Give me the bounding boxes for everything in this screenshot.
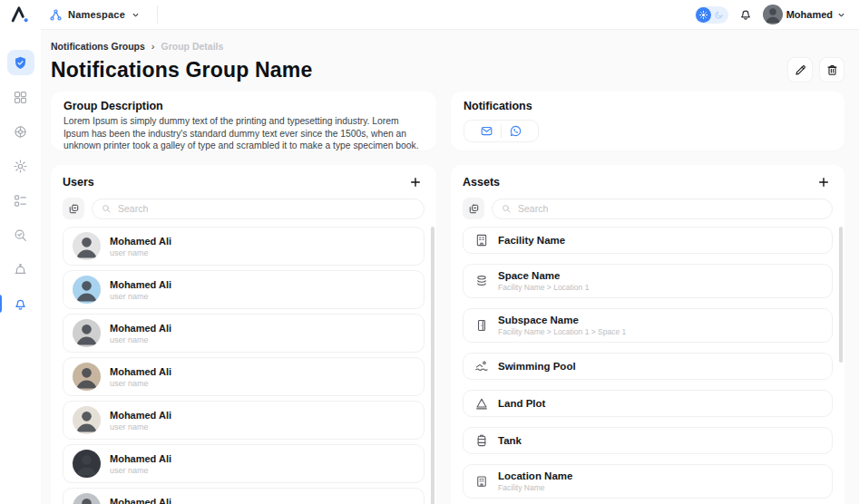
search-icon [501,203,512,214]
asset-list-item[interactable]: Facility Name [463,227,833,254]
asset-list-item[interactable]: Land Plot [463,390,833,417]
users-panel: Users [51,165,436,504]
assets-search-box [492,199,833,219]
asset-texts: Location Name Facility Name [498,470,572,492]
user-list-item[interactable]: Mohamed Ali user name [63,227,425,266]
users-list: Mohamed Ali user name Mohamed Ali [63,227,425,504]
copy-icon [468,203,480,215]
plus-icon [409,176,422,189]
breadcrumb-parent-link[interactable]: Notifications Groups [51,41,145,52]
user-texts: Mohamed Ali user name [110,497,171,504]
asset-list-item[interactable]: Location Name Facility Name [463,464,833,499]
chevron-down-icon [131,10,141,20]
asset-type-icon [474,396,489,411]
notification-channel[interactable] [501,124,530,138]
page-action-button[interactable] [787,57,813,82]
users-search-input[interactable] [92,199,425,219]
sidebar-item[interactable] [7,153,34,179]
theme-dark-option[interactable] [711,7,727,23]
assets-scrollbar[interactable] [839,227,843,363]
user-name: Mohamed Ali [110,410,171,421]
notifications-card: Notifications [451,92,844,150]
assets-panel-title: Assets [463,176,500,189]
asset-list-item[interactable]: Tank [463,427,833,454]
asset-name: Facility Name [498,235,565,246]
sidebar-item[interactable] [7,291,34,316]
user-avatar [73,493,101,504]
page-actions [787,57,844,82]
user-role: user name [110,422,171,431]
user-list-item[interactable]: Mohamed Ali user name [63,314,425,353]
sidebar-item[interactable] [7,84,34,110]
avatar [763,5,783,24]
asset-name: Swimming Pool [498,361,576,372]
plus-icon [817,176,830,189]
sun-icon [698,10,708,20]
user-name: Mohamed Ali [110,366,171,377]
asset-texts: Swimming Pool [498,361,576,372]
sidebar-item[interactable] [7,222,34,247]
user-menu[interactable]: Mohamed [763,5,846,24]
users-scrollbar[interactable] [431,227,434,504]
user-role: user name [110,379,171,388]
user-list-item[interactable]: Mohamed Ali user name [63,270,425,309]
asset-texts: Land Plot [498,398,545,409]
users-panel-title: Users [63,176,94,189]
breadcrumb-separator: › [151,41,155,52]
user-texts: Mohamed Ali user name [110,279,171,301]
app-logo[interactable] [9,5,40,24]
theme-toggle[interactable] [695,6,728,24]
sidebar-item[interactable] [7,119,34,144]
user-list-item[interactable]: Mohamed Ali user name [63,401,425,440]
user-name: Mohamed Ali [110,323,171,334]
asset-type-icon [474,359,489,373]
copy-icon [68,203,80,215]
user-name: Mohamed [786,9,833,20]
asset-texts: Tank [498,435,522,446]
user-avatar [73,319,101,347]
user-avatar [73,276,101,304]
user-texts: Mohamed Ali user name [110,323,171,344]
asset-list-item[interactable]: Space Name Facility Name > Location 1 [463,264,833,298]
action-icon [794,63,807,77]
user-name: Mohamed Ali [110,236,171,247]
topbar: Namespace Mohamed [0,0,859,29]
user-list-item[interactable]: Mohamed Ali user name [63,444,425,483]
assets-multiselect-button[interactable] [463,198,484,219]
channel-icon [480,124,493,138]
asset-list-item[interactable]: Swimming Pool [463,353,833,380]
user-texts: Mohamed Ali user name [110,236,171,257]
user-silhouette-icon [763,5,783,24]
breadcrumb: Notifications Groups › Group Details [51,41,844,52]
add-asset-button[interactable] [815,173,833,191]
users-multiselect-button[interactable] [63,198,84,219]
user-list-item[interactable]: Mohamed Ali user name [63,488,425,504]
user-avatar [73,450,101,478]
namespace-selector[interactable]: Namespace [49,5,158,24]
group-description-text: Lorem Ipsum is simply dummy text of the … [63,115,424,150]
panels-row: Users [51,165,844,504]
asset-name: Land Plot [498,398,545,409]
user-silhouette-icon [73,363,101,391]
user-avatar [73,232,101,260]
assets-search-input[interactable] [492,199,833,219]
user-role: user name [110,466,171,475]
asset-path: Facility Name > Location 1 > Space 1 [498,327,626,336]
sidebar-item[interactable] [7,257,34,282]
sidebar-item[interactable] [7,188,34,213]
assets-search-row [463,198,833,219]
sidebar-item[interactable] [7,50,34,75]
namespace-label: Namespace [68,9,125,20]
notification-channel[interactable] [473,124,501,138]
notifications-bell-icon[interactable] [738,7,753,22]
user-list-item[interactable]: Mohamed Ali user name [63,357,425,396]
sidebar-item-icon [13,90,28,105]
sidebar-item-icon [13,55,28,71]
theme-light-option[interactable] [696,7,711,23]
users-search-box [92,199,425,219]
user-silhouette-icon [73,406,101,434]
sidebar-item-icon [13,228,28,243]
asset-list-item[interactable]: Subspace Name Facility Name > Location 1… [463,308,833,343]
page-action-button[interactable] [819,57,844,82]
add-user-button[interactable] [406,173,425,191]
